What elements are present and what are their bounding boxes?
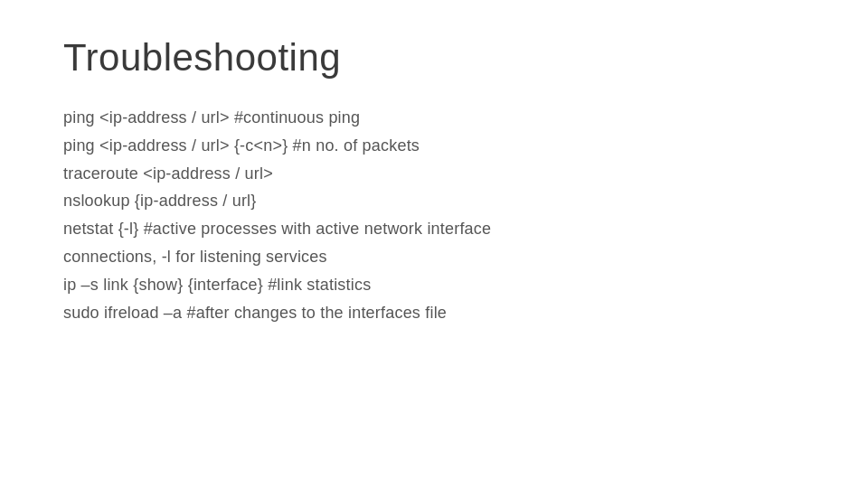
- list-item: ping <ip-address / url> #continuous ping: [63, 105, 805, 131]
- list-item: connections, -l for listening services: [63, 244, 805, 270]
- list-item: sudo ifreload –a #after changes to the i…: [63, 300, 805, 326]
- list-item: traceroute <ip-address / url>: [63, 161, 805, 187]
- content-list: ping <ip-address / url> #continuous ping…: [63, 105, 805, 325]
- list-item: nslookup {ip-address / url}: [63, 188, 805, 214]
- list-item: netstat {-l} #active processes with acti…: [63, 216, 805, 242]
- list-item: ping <ip-address / url> {-c<n>} #n no. o…: [63, 133, 805, 159]
- page-title: Troubleshooting: [63, 36, 805, 80]
- list-item: ip –s link {show} {interface} #link stat…: [63, 272, 805, 298]
- page-container: Troubleshooting ping <ip-address / url> …: [0, 0, 868, 488]
